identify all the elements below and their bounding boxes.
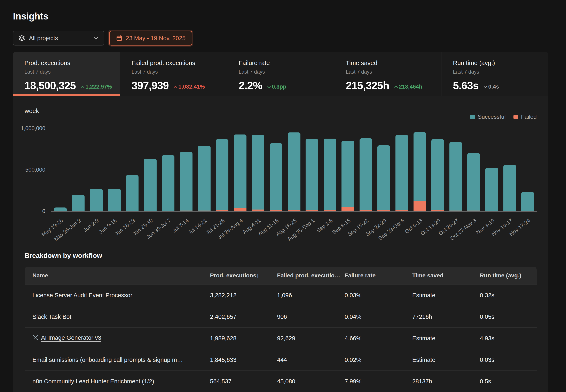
failure-rate-cell: 4.66% bbox=[344, 335, 412, 342]
bar-successful-segment bbox=[503, 165, 516, 211]
bar-column bbox=[195, 129, 213, 211]
bar-sep-8-15[interactable] bbox=[342, 141, 354, 211]
failed-prod-executions-cell: 906 bbox=[277, 313, 344, 320]
tab-sublabel: Last 7 days bbox=[346, 69, 441, 75]
x-axis-labels: May 19-26May 26-Jun 2Jun 2-9Jun 9-16Jun … bbox=[51, 214, 537, 252]
bar-jun-9-16[interactable] bbox=[108, 189, 121, 211]
summary-tab-run-time-avg-[interactable]: Run time (avg.)Last 7 days5.63s0.4s bbox=[441, 52, 548, 96]
chart-title: week bbox=[25, 107, 39, 114]
workflow-name-link[interactable]: Slack Task Bot bbox=[32, 313, 71, 320]
column-header-run-time-avg-[interactable]: Run time (avg.) bbox=[480, 272, 537, 279]
bar-jul-21-28[interactable] bbox=[216, 139, 228, 211]
failed-prod-executions-cell: 45,080 bbox=[277, 378, 344, 385]
bar-oct-20-27[interactable] bbox=[449, 142, 462, 211]
summary-tab-time-saved[interactable]: Time savedLast 7 days215,325h213,464h bbox=[334, 52, 441, 96]
bar-aug-25-sep-1[interactable] bbox=[306, 139, 318, 211]
column-header-failed-prod-executions[interactable]: Failed prod. executions bbox=[277, 272, 344, 279]
time-saved-value: 28137h bbox=[412, 378, 432, 385]
bar-jun-23-30[interactable] bbox=[144, 159, 157, 211]
bar-failed-segment bbox=[270, 210, 282, 211]
summary-tab-prod-executions[interactable]: Prod. executionsLast 7 days18,500,3251,2… bbox=[13, 52, 120, 96]
bar-successful-segment bbox=[72, 195, 85, 211]
bar-column bbox=[177, 129, 195, 211]
estimate-link[interactable]: Estimate bbox=[412, 292, 435, 299]
run-time-cell: 0.03s bbox=[480, 357, 537, 363]
bar-column bbox=[465, 129, 483, 211]
bar-oct-6-13[interactable] bbox=[414, 132, 426, 211]
tab-label: Failed prod. executions bbox=[132, 59, 227, 66]
bar-jun-16-23[interactable] bbox=[126, 175, 138, 211]
bar-may-26-jun-2[interactable] bbox=[72, 195, 85, 211]
legend-item-failed[interactable]: Failed bbox=[513, 113, 537, 120]
bar-failed-segment bbox=[342, 207, 354, 211]
time-saved-cell: 28137h bbox=[412, 378, 480, 385]
bar-failed-segment bbox=[180, 210, 193, 211]
prod-executions-cell: 564,537 bbox=[210, 378, 277, 385]
bar-nov-10-17[interactable] bbox=[503, 165, 516, 211]
bar-successful-segment bbox=[449, 142, 462, 211]
bar-nov-3-10[interactable] bbox=[485, 168, 498, 211]
x-tick-label: Jun 2-9 bbox=[82, 217, 100, 233]
bar-nov-17-24[interactable] bbox=[521, 192, 534, 211]
bar-column bbox=[519, 129, 537, 211]
time-saved-cell: Estimate bbox=[412, 357, 480, 363]
column-header-failure-rate[interactable]: Failure rate bbox=[344, 272, 412, 279]
legend-item-successful[interactable]: Successful bbox=[470, 113, 506, 120]
bar-successful-segment bbox=[324, 139, 336, 210]
bar-jul-7-14[interactable] bbox=[180, 152, 193, 211]
bar-sep-29-oct-6[interactable] bbox=[395, 135, 408, 211]
summary-tab-failure-rate[interactable]: Failure rateLast 7 days2.2%0.3pp bbox=[227, 52, 334, 96]
x-tick-label: Jul 7-14 bbox=[171, 217, 190, 234]
workflow-name-link[interactable]: Email sumissions (onboarding call prompt… bbox=[32, 357, 183, 363]
bar-sep-15-22[interactable] bbox=[359, 138, 372, 211]
bar-oct-13-20[interactable] bbox=[431, 139, 444, 211]
bar-aug-4-11[interactable] bbox=[252, 135, 264, 211]
bar-failed-segment bbox=[108, 211, 121, 211]
tab-delta: 0.4s bbox=[483, 84, 499, 90]
bar-may-19-26[interactable] bbox=[54, 208, 67, 211]
workflow-name-link[interactable]: License Server Audit Event Processor bbox=[32, 292, 132, 299]
date-range-picker[interactable]: 23 May - 19 Nov, 2025 bbox=[109, 31, 192, 45]
bar-jul-14-21[interactable] bbox=[198, 146, 210, 211]
bar-successful-segment bbox=[288, 132, 300, 210]
time-saved-cell: Estimate bbox=[412, 335, 480, 342]
failure-rate-cell: 7.99% bbox=[344, 378, 412, 385]
bar-oct-27-nov-3[interactable] bbox=[467, 153, 480, 211]
bar-aug-18-25[interactable] bbox=[288, 132, 300, 211]
column-header-time-saved[interactable]: Time saved bbox=[412, 272, 480, 279]
summary-tab-failed-prod-executions[interactable]: Failed prod. executionsLast 7 days397,93… bbox=[120, 52, 227, 96]
bar-failed-segment bbox=[467, 210, 480, 211]
failed-prod-executions-cell: 1,096 bbox=[277, 292, 344, 299]
bar-failed-segment bbox=[252, 210, 264, 211]
project-filter-select[interactable]: All projects bbox=[13, 31, 104, 45]
bar-sep-1-8[interactable] bbox=[324, 139, 336, 211]
column-header-prod-executions[interactable]: Prod. executions↓ bbox=[210, 272, 277, 279]
tab-label: Prod. executions bbox=[24, 59, 120, 66]
workflow-name-link[interactable]: n8n Community Lead Hunter Enrichment (1/… bbox=[32, 378, 154, 385]
bar-failed-segment bbox=[431, 210, 444, 211]
bar-sep-22-29[interactable] bbox=[377, 145, 390, 211]
bar-jul-28-aug-4[interactable] bbox=[234, 135, 246, 211]
prod-executions-cell: 2,402,657 bbox=[210, 313, 277, 320]
tab-sublabel: Last 7 days bbox=[24, 69, 120, 75]
bar-successful-segment bbox=[108, 189, 121, 211]
bar-failed-segment bbox=[485, 211, 498, 211]
estimate-link[interactable]: Estimate bbox=[412, 357, 435, 363]
bar-jun-2-9[interactable] bbox=[90, 189, 103, 211]
bar-column bbox=[375, 129, 393, 211]
workflow-name-link[interactable]: AI Image Generator v3 bbox=[32, 334, 101, 341]
bar-failed-segment bbox=[395, 210, 408, 211]
bar-column bbox=[429, 129, 447, 211]
column-header-name[interactable]: Name bbox=[25, 272, 210, 279]
bar-aug-11-18[interactable] bbox=[270, 143, 282, 211]
y-tick-label: 1,000,000 bbox=[15, 125, 45, 132]
table-row: License Server Audit Event Processor3,28… bbox=[25, 284, 537, 306]
bar-column bbox=[159, 129, 177, 211]
layers-icon bbox=[18, 35, 25, 42]
bar-jun-30-jul-7[interactable] bbox=[162, 155, 174, 211]
breakdown-heading: Breakdown by workflow bbox=[25, 252, 548, 260]
hammer-wrench-icon bbox=[32, 335, 39, 341]
bar-failed-segment bbox=[324, 210, 336, 211]
estimate-link[interactable]: Estimate bbox=[412, 335, 435, 342]
bar-column bbox=[393, 129, 411, 211]
